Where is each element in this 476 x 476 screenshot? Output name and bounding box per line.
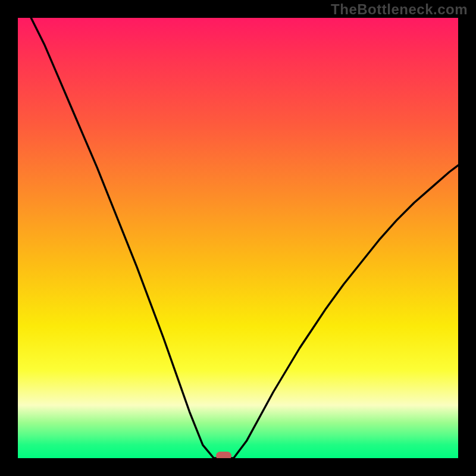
watermark-text: TheBottleneck.com bbox=[331, 1, 468, 18]
plot-area bbox=[18, 18, 458, 458]
minimum-marker bbox=[216, 452, 231, 458]
chart-outer-frame: TheBottleneck.com bbox=[0, 0, 476, 476]
curve-svg bbox=[18, 18, 458, 458]
bottleneck-curve bbox=[31, 18, 458, 458]
